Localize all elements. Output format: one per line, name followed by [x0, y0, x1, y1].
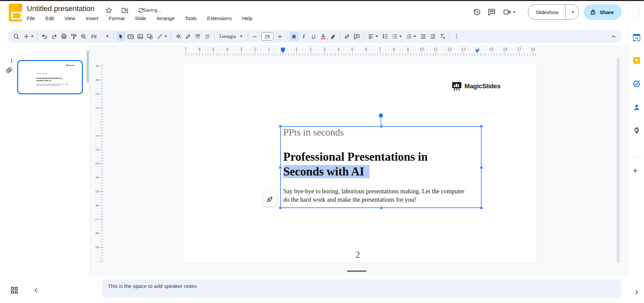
handle-mid-left[interactable] [279, 166, 282, 169]
bulleted-list-dropdown[interactable] [390, 32, 404, 41]
canvas-scrollbar[interactable] [617, 58, 620, 263]
version-history-icon[interactable] [469, 5, 484, 19]
menu-insert[interactable]: Insert [85, 15, 99, 22]
ruler-number: 6 [95, 203, 100, 208]
insert-link-icon[interactable] [343, 32, 352, 41]
decrease-indent-icon[interactable] [418, 32, 428, 41]
more-options-icon[interactable] [452, 32, 461, 41]
contacts-icon[interactable] [633, 103, 641, 111]
bold-button[interactable]: B [290, 32, 299, 41]
menu-tools[interactable]: Tools [184, 15, 197, 22]
insert-image-tool[interactable] [136, 32, 145, 41]
speaker-notes-input[interactable]: This is the space to add speaker notes [102, 279, 621, 298]
maps-icon[interactable] [633, 127, 641, 135]
rotation-handle[interactable] [379, 113, 383, 117]
comment-history-icon[interactable] [484, 5, 499, 19]
menu-slide[interactable]: Slide [134, 15, 147, 22]
border-dash-tool[interactable] [203, 32, 212, 41]
text-box-tool[interactable] [126, 32, 135, 41]
new-slide-button[interactable] [21, 32, 35, 41]
font-size-input[interactable]: 25 [261, 32, 274, 41]
magicslides-brand: MagicSlides [452, 82, 501, 91]
tasks-icon[interactable] [633, 80, 641, 88]
text-box-selection[interactable] [280, 126, 482, 208]
handle-bottom-right[interactable] [480, 206, 483, 209]
menu-help[interactable]: Help [241, 15, 253, 22]
paint-format-icon[interactable] [69, 32, 78, 41]
increase-font-icon[interactable] [276, 32, 285, 41]
expand-panel-chevron[interactable] [633, 289, 640, 296]
line-spacing-icon[interactable] [381, 32, 390, 41]
document-title[interactable]: Untitled presentation [27, 4, 95, 13]
ruler-number: 18 [531, 47, 535, 52]
menu-arrange[interactable]: Arrange [156, 15, 175, 22]
select-tool[interactable] [116, 32, 126, 41]
get-addons-button[interactable]: + [633, 166, 638, 174]
move-folder-icon[interactable] [120, 6, 130, 15]
border-color-tool[interactable] [184, 32, 193, 41]
slides-logo[interactable] [9, 4, 22, 21]
font-family-dropdown[interactable]: Georgia [217, 32, 245, 41]
magic-write-button[interactable] [263, 192, 277, 206]
menu-edit[interactable]: Edit [45, 15, 55, 22]
hide-menus-chevron[interactable] [609, 32, 618, 41]
search-menus-icon[interactable] [12, 32, 21, 41]
indent-marker[interactable] [281, 48, 285, 51]
numbered-list-dropdown[interactable]: 123 [404, 32, 418, 41]
ruler-number: 7 [95, 217, 100, 222]
account-avatar[interactable] [627, 5, 640, 19]
google-side-panel: 31 + [629, 23, 644, 303]
handle-mid-right[interactable] [480, 166, 483, 169]
menu-file[interactable]: File [26, 15, 36, 22]
zoom-fit-dropdown[interactable]: Fit [89, 32, 111, 41]
zoom-in-icon[interactable] [79, 32, 88, 41]
increase-indent-icon[interactable] [428, 32, 437, 41]
ruler-number: 2 [308, 47, 313, 52]
text-color-button[interactable]: A [319, 32, 328, 41]
thumb-eyebrow: PPts in seconds [37, 73, 47, 75]
italic-button[interactable]: I [299, 32, 308, 41]
menu-view[interactable]: View [64, 15, 76, 22]
share-button[interactable]: Share [584, 4, 622, 20]
ruler-number: 3 [239, 47, 244, 52]
align-dropdown[interactable] [366, 32, 380, 41]
calendar-icon[interactable]: 31 [633, 34, 641, 42]
handle-top-left[interactable] [279, 125, 282, 128]
underline-button[interactable]: U [309, 32, 318, 41]
filmstrip-scrollbar[interactable] [87, 50, 89, 83]
fill-color-tool[interactable] [174, 32, 183, 41]
highlight-color-button[interactable] [329, 32, 338, 41]
star-icon[interactable] [104, 6, 113, 15]
keep-icon[interactable] [633, 56, 641, 64]
notes-resize-handle[interactable] [347, 270, 366, 272]
redo-icon[interactable] [50, 32, 59, 41]
decrease-font-icon[interactable] [250, 32, 259, 41]
add-comment-icon[interactable] [352, 32, 361, 41]
camera-dropdown-caret[interactable] [513, 11, 515, 13]
handle-top-right[interactable] [480, 125, 483, 128]
border-weight-tool[interactable] [193, 32, 202, 41]
slideshow-split-button: Slideshow [528, 4, 579, 20]
undo-icon[interactable] [40, 32, 49, 41]
ruler-number: 4 [336, 47, 341, 52]
rings-icon [5, 66, 13, 74]
insert-line-tool[interactable] [155, 32, 169, 41]
menu-format[interactable]: Format [108, 15, 126, 22]
meet-camera-icon[interactable] [499, 5, 519, 19]
ruler-number: 12 [447, 47, 452, 52]
clear-formatting-icon[interactable] [438, 32, 447, 41]
slide-thumbnail[interactable]: MagicSlides PPts in seconds Professional… [17, 60, 83, 94]
google-slides-app: Untitled presentation Saving... FileEdit… [0, 0, 644, 303]
slideshow-dropdown[interactable] [565, 4, 579, 20]
collapse-filmstrip-chevron[interactable] [32, 287, 40, 294]
slideshow-button[interactable]: Slideshow [528, 9, 565, 15]
print-icon[interactable] [59, 32, 68, 41]
menu-extensions[interactable]: Extensions [206, 15, 232, 22]
insert-shape-tool[interactable] [146, 32, 155, 41]
saving-status: Saving... [143, 7, 161, 13]
grid-view-button[interactable] [10, 286, 19, 295]
handle-bottom-left[interactable] [279, 206, 282, 209]
handle-bottom-center[interactable] [380, 206, 383, 209]
ruler-number: 2 [253, 47, 257, 52]
handle-top-center[interactable] [380, 125, 383, 128]
